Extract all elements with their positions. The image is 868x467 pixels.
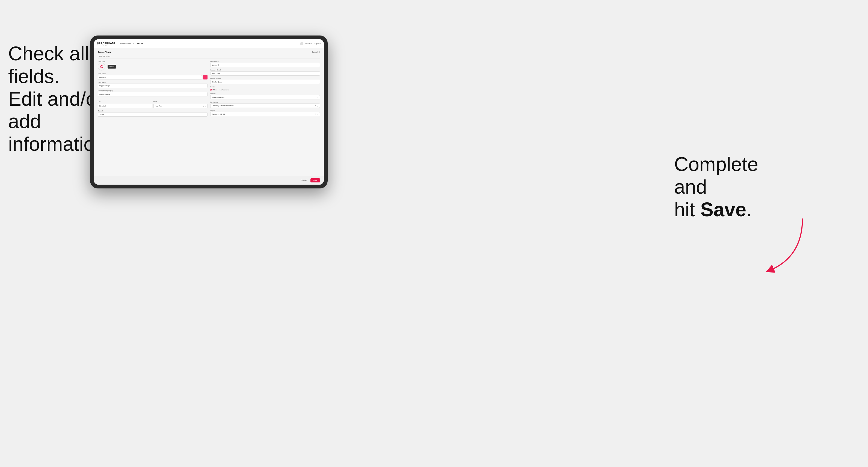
colour-swatch[interactable] (203, 75, 208, 80)
team-name-label: Team name (98, 82, 208, 83)
cancel-button[interactable]: Cancel (299, 178, 309, 182)
athletic-director-label: Athletic Director (210, 77, 320, 79)
instruction-right-line1: Complete and (674, 153, 758, 198)
head-coach-label: Head Coach (210, 61, 320, 62)
nav-items: TOURNAMENTS TEAMS (120, 42, 300, 45)
gender-field: Gender Mens Womens (210, 86, 320, 91)
region-select[interactable]: Region II - (M) DIII ✕ ⌄ (210, 112, 320, 116)
instruction-right-line2: hit (674, 198, 700, 220)
conference-controls: ✕ ⌄ (314, 104, 318, 107)
gender-row: Mens Womens (210, 89, 320, 91)
zip-code-field: Zip code 10279 (98, 110, 208, 117)
region-clear-icon[interactable]: ✕ (314, 113, 316, 115)
save-button[interactable]: Save (310, 178, 320, 182)
page-header: Create Team Cancel ✕ (98, 51, 320, 53)
region-field: Region Region II - (M) DIII ✕ ⌄ (210, 110, 320, 116)
gender-label: Gender (210, 86, 320, 88)
division-chevron-icon: ⌄ (317, 96, 318, 98)
athletic-director-field: Athletic Director Charlie Quick (210, 77, 320, 84)
gender-womens-radio[interactable] (219, 89, 222, 91)
region-chevron-icon: ⌄ (317, 113, 318, 115)
team-name-input[interactable]: Clippd College (98, 84, 208, 88)
team-logo-label: Team logo (98, 61, 208, 62)
display-name-input[interactable]: Clippd College (98, 92, 208, 96)
head-coach-input[interactable]: Marcus El (210, 63, 320, 67)
nav-right: Test User | Sign out (300, 42, 320, 45)
assistant-coach-field: Assistant Coach Josh Coles (210, 69, 320, 76)
gender-womens-option[interactable]: Womens (219, 89, 229, 91)
form-columns: Team logo C Upload Team colour (98, 61, 320, 117)
division-label: Division (210, 93, 320, 94)
section-label: TEAM DETAILS (98, 56, 320, 58)
state-x-icon[interactable]: ✕ ⌄ (203, 105, 206, 107)
page-title: Create Team (98, 51, 111, 53)
team-name-field: Team name Clippd College (98, 82, 208, 88)
form-right: Head Coach Marcus El Assistant Coach Jos… (210, 61, 320, 117)
app-logo: SCOREBOARD (97, 42, 116, 44)
cancel-x-button[interactable]: Cancel ✕ (312, 51, 320, 53)
team-colour-field: Team colour #F43168 (98, 73, 208, 80)
city-group: City New York (98, 98, 152, 108)
zip-input[interactable]: 10279 (98, 112, 208, 117)
city-state-field: City New York State New York ✕ ⌄ (98, 98, 208, 108)
conference-clear-icon[interactable]: ✕ (314, 104, 316, 107)
state-group: State New York ✕ ⌄ (153, 98, 208, 108)
upload-button[interactable]: Upload (107, 65, 116, 68)
team-colour-input[interactable]: #F43168 (98, 75, 202, 80)
app-logo-sub: Powered by clippd (97, 44, 116, 45)
conference-label: Conference (210, 101, 320, 103)
city-state-row: City New York State New York ✕ ⌄ (98, 98, 208, 108)
conference-select[interactable]: University Athletic Association ✕ ⌄ (210, 103, 320, 108)
division-select[interactable]: NCAA Division III ⌄ (210, 95, 320, 99)
tablet-device: SCOREBOARD Powered by clippd TOURNAMENTS… (90, 35, 328, 188)
city-label: City (98, 101, 100, 102)
form-left: Team logo C Upload Team colour (98, 61, 208, 117)
instruction-right-period: . (746, 198, 752, 220)
arrow-right-icon (759, 216, 808, 276)
gender-mens-radio[interactable] (210, 89, 212, 91)
nav-tournaments[interactable]: TOURNAMENTS (120, 42, 134, 45)
user-avatar (300, 42, 303, 45)
zip-label: Zip code (98, 110, 208, 112)
instruction-right-bold: Save (700, 198, 746, 220)
conference-chevron-icon: ⌄ (317, 105, 318, 107)
colour-row: #F43168 (98, 75, 208, 80)
state-select[interactable]: New York ✕ ⌄ (153, 104, 208, 108)
division-field: Division NCAA Division III ⌄ (210, 93, 320, 99)
head-coach-field: Head Coach Marcus El (210, 61, 320, 67)
assistant-coach-input[interactable]: Josh Coles (210, 71, 320, 76)
form-footer: Cancel Save (94, 176, 324, 185)
display-name-label: Display name (unique) (98, 90, 208, 92)
athletic-director-input[interactable]: Charlie Quick (210, 80, 320, 84)
logo-area: SCOREBOARD Powered by clippd (97, 42, 116, 45)
city-input[interactable]: New York (98, 104, 152, 108)
assistant-coach-label: Assistant Coach (210, 69, 320, 71)
display-name-field: Display name (unique) Clippd College (98, 90, 208, 96)
instruction-right: Complete and hit Save. (674, 153, 789, 221)
team-colour-label: Team colour (98, 73, 208, 74)
team-logo-circle: C (98, 63, 105, 70)
user-label: Test User | (305, 43, 313, 44)
region-controls: ✕ ⌄ (314, 113, 318, 115)
state-label: State (153, 101, 157, 102)
logo-upload-area: C Upload (98, 63, 208, 70)
page-content: Create Team Cancel ✕ TEAM DETAILS Team l… (94, 48, 324, 176)
tablet-screen: SCOREBOARD Powered by clippd TOURNAMENTS… (94, 39, 324, 185)
gender-mens-option[interactable]: Mens (210, 89, 217, 91)
team-logo-field: Team logo C Upload (98, 61, 208, 71)
sign-out-link[interactable]: Sign out (314, 43, 320, 44)
region-label: Region (210, 110, 320, 112)
nav-teams[interactable]: TEAMS (137, 42, 143, 45)
conference-field: Conference University Athletic Associati… (210, 101, 320, 108)
navbar: SCOREBOARD Powered by clippd TOURNAMENTS… (94, 39, 324, 48)
